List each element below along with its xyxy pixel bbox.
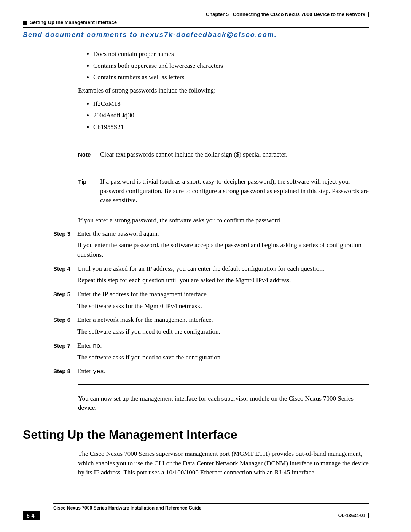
step-label: Step 3	[23, 229, 70, 262]
list-item: If2CoM18	[93, 99, 369, 109]
closing-text: You can now set up the management interf…	[78, 394, 369, 413]
footer-bar-icon	[368, 513, 369, 518]
step-8: Step 8 Enter yes.	[23, 367, 369, 379]
examples-lead: Examples of strong passwords include the…	[78, 86, 369, 96]
step-text: The software asks for the Mgmt0 IPv4 net…	[77, 302, 369, 311]
note-callout: Note Clear text passwords cannot include…	[78, 143, 369, 160]
step-3: Step 3 Enter the same password again. If…	[23, 229, 369, 262]
step-text: Enter the IP address for the management …	[77, 290, 369, 299]
note-rule-short	[78, 143, 89, 143]
header-rule	[23, 27, 369, 28]
step-label: Step 5	[23, 290, 70, 313]
body: Does not contain proper names Contains b…	[23, 50, 369, 478]
steps-end-rule	[78, 384, 369, 385]
doc-id: OL-18634-01	[338, 513, 369, 518]
page: Chapter 5 Connecting the Cisco Nexus 700…	[0, 0, 411, 532]
step-text: The software asks if you need to edit th…	[77, 327, 369, 337]
header-section: Setting Up the Management Interface	[23, 19, 369, 25]
list-item: Does not contain proper names	[93, 50, 369, 59]
note-text: Clear text passwords cannot include the …	[100, 150, 369, 160]
section-para: The Cisco Nexus 7000 Series supervisor m…	[78, 449, 369, 478]
step-6: Step 6 Enter a network mask for the mana…	[23, 315, 369, 339]
feedback-line: Send document comments to nexus7k-docfee…	[23, 31, 369, 39]
step-text: Enter no.	[77, 341, 369, 351]
step-5: Step 5 Enter the IP address for the mana…	[23, 290, 369, 313]
step-label: Step 6	[23, 315, 70, 339]
header-bar-icon	[368, 12, 369, 17]
footer-guide-title: Cisco Nexus 7000 Series Hardware Install…	[53, 505, 369, 511]
confirm-line: If you enter a strong password, the soft…	[78, 216, 369, 225]
header-chapter: Chapter 5 Connecting the Cisco Nexus 700…	[23, 11, 369, 17]
step-text: Repeat this step for each question until…	[77, 276, 369, 285]
step-label: Step 7	[23, 341, 70, 365]
note-rule-long	[100, 143, 369, 143]
intro-block: Does not contain proper names Contains b…	[78, 50, 369, 225]
header-square-icon	[23, 21, 27, 25]
footer-rule	[53, 503, 369, 504]
code-literal: yes	[93, 368, 104, 375]
tip-callout: Tip If a password is trivial (such as a …	[78, 170, 369, 205]
chapter-title: Connecting the Cisco Nexus 7000 Device t…	[233, 11, 365, 17]
step-text: The software asks if you need to save th…	[77, 353, 369, 363]
tip-text: If a password is trivial (such as a shor…	[100, 177, 369, 205]
step-text: Until you are asked for an IP address, y…	[77, 264, 369, 274]
section-heading: Setting Up the Management Interface	[23, 426, 369, 443]
list-item: Contains both uppercase and lowercase ch…	[93, 61, 369, 71]
step-4: Step 4 Until you are asked for an IP add…	[23, 264, 369, 288]
step-7: Step 7 Enter no. The software asks if yo…	[23, 341, 369, 365]
page-footer: Cisco Nexus 7000 Series Hardware Install…	[23, 503, 369, 520]
step-text: Enter the same password again.	[77, 229, 369, 239]
tip-rule-short	[78, 170, 89, 170]
list-item: Cb1955S21	[93, 123, 369, 132]
step-label: Step 4	[23, 264, 70, 288]
intro-bullets: Does not contain proper names Contains b…	[93, 50, 369, 82]
step-text: If you enter the same password, the soft…	[77, 241, 369, 259]
page-number: 5-4	[23, 511, 40, 520]
step-label: Step 8	[23, 367, 70, 379]
step-text: Enter a network mask for the management …	[77, 315, 369, 325]
chapter-label: Chapter 5	[206, 11, 229, 17]
list-item: 2004AsdfLkj30	[93, 111, 369, 120]
step-text: Enter yes.	[77, 367, 369, 376]
header-section-crumb: Setting Up the Management Interface	[30, 19, 117, 25]
tip-rule-long	[100, 170, 369, 170]
tip-label: Tip	[78, 178, 86, 185]
example-bullets: If2CoM18 2004AsdfLkj30 Cb1955S21	[93, 99, 369, 132]
list-item: Contains numbers as well as letters	[93, 73, 369, 82]
note-label: Note	[78, 151, 91, 158]
code-literal: no	[93, 343, 100, 350]
